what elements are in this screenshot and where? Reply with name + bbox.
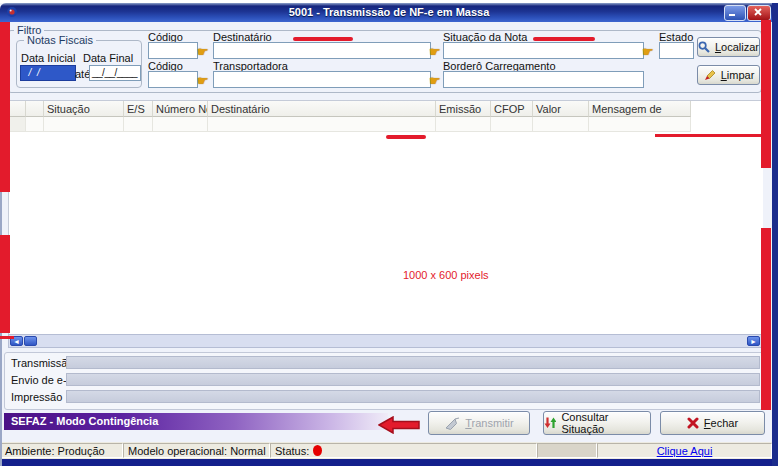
transportadora-field[interactable] xyxy=(213,71,431,88)
consultar-situacao-button[interactable]: Consultar Situação xyxy=(543,411,651,435)
browse-destinatario-icon[interactable]: ☛ xyxy=(197,45,209,58)
scrollbar-thumb[interactable] xyxy=(24,336,37,346)
grid-horizontal-scrollbar[interactable]: ◄ ► xyxy=(8,334,762,348)
bordero-carregamento-field[interactable] xyxy=(443,71,644,88)
statusbar-link-panel: Clique Aqui xyxy=(597,443,772,458)
impressao-progress-label: Impressão xyxy=(11,391,62,403)
satellite-dish-icon xyxy=(444,417,460,430)
grid-row-cell[interactable] xyxy=(208,117,436,132)
screenshot-root: 5001 - Transmissão de NF-e em Massa Filt… xyxy=(0,0,778,468)
annotation-red-bar-left-top xyxy=(0,22,10,192)
limpar-button[interactable]: Limpar xyxy=(697,65,760,85)
data-inicial-field[interactable]: / / xyxy=(20,65,76,81)
statusbar-ambiente-panel: Ambiente: Produção xyxy=(0,443,123,458)
statusbar-status-panel: Status: xyxy=(270,443,537,458)
browse-situacao-icon[interactable]: ☛ xyxy=(429,45,441,58)
sefaz-contingencia-banner: SEFAZ - Modo Contingência xyxy=(4,413,388,430)
transmitir-button[interactable]: Transmitir xyxy=(428,411,530,435)
limpar-button-label: Limpar xyxy=(721,69,755,81)
annotation-redline-grid-mid xyxy=(386,135,426,139)
grid-row-indicator-cell[interactable] xyxy=(9,117,26,132)
situacao-da-nota-field[interactable] xyxy=(443,42,644,59)
envio-email-progress-bar xyxy=(66,373,760,386)
notas-fiscais-group-label: Notas Fiscais xyxy=(24,34,96,46)
ate-label: até xyxy=(75,68,90,80)
statusbar: Ambiente: Produção Modelo operacional: N… xyxy=(0,442,772,459)
data-final-field[interactable]: __/__/____ xyxy=(89,65,141,81)
estado-field[interactable] xyxy=(659,42,694,59)
ambiente-label: Ambiente: xyxy=(5,445,55,457)
localizar-button[interactable]: Localizar xyxy=(697,37,760,57)
window-bottom-border xyxy=(0,459,778,466)
consultar-situacao-button-label: Consultar Situação xyxy=(561,411,650,435)
annotation-red-bar-right-top xyxy=(761,20,771,168)
destinatario-field[interactable] xyxy=(213,42,431,59)
window-right-border xyxy=(772,3,778,466)
grid-header-valor[interactable]: Valor xyxy=(533,101,589,117)
grid-row-cell[interactable] xyxy=(26,117,44,132)
statusbar-modelo-panel: Modelo operacional: Normal xyxy=(123,443,270,458)
grid-row-cell[interactable] xyxy=(436,117,491,132)
annotation-red-bar-left-bottom xyxy=(0,235,10,333)
status-indicator-dot xyxy=(313,445,322,456)
grid-header-indicator[interactable] xyxy=(9,101,26,117)
ambiente-value: Produção xyxy=(58,445,105,457)
clique-aqui-link[interactable]: Clique Aqui xyxy=(657,445,713,457)
modelo-operacional-label: Modelo operacional: xyxy=(128,445,227,457)
annotation-redline-destinatario xyxy=(293,37,353,41)
grid-row-cell[interactable] xyxy=(153,117,208,132)
fechar-button[interactable]: Fechar xyxy=(660,411,765,435)
scroll-right-button[interactable]: ► xyxy=(747,336,760,346)
grid-header-select[interactable] xyxy=(26,101,44,117)
refresh-arrows-icon xyxy=(544,417,556,429)
transmissao-progress-bar xyxy=(66,356,760,369)
annotation-left-arrow-icon xyxy=(378,416,420,434)
annotation-red-bar-right-bottom xyxy=(761,228,771,410)
grid-row-cell[interactable] xyxy=(533,117,589,132)
data-inicial-label: Data Inicial xyxy=(21,52,75,64)
browse-bordero-icon[interactable]: ☛ xyxy=(429,74,441,87)
data-final-label: Data Final xyxy=(83,52,133,64)
grid-row-cell[interactable] xyxy=(491,117,533,132)
transmitir-button-label: Transmitir xyxy=(465,417,513,429)
browse-transportadora-icon[interactable]: ☛ xyxy=(197,74,209,87)
search-icon xyxy=(698,41,710,53)
annotation-redline-situacao xyxy=(533,37,595,41)
grid-header-emissao[interactable]: Emissão xyxy=(436,101,491,117)
codigo-transportadora-field[interactable] xyxy=(148,71,198,88)
transmissao-progress-label: Transmissão xyxy=(11,357,74,369)
titlebar: 5001 - Transmissão de NF-e em Massa xyxy=(0,3,778,22)
annotation-redline-grid-right xyxy=(655,134,765,137)
annotation-red-tail-left xyxy=(0,336,14,339)
grid-header-numero-nota[interactable]: Número Nota xyxy=(153,101,208,117)
status-label: Status: xyxy=(275,445,309,457)
browse-estado-icon[interactable]: ☛ xyxy=(642,45,654,58)
minimize-button[interactable] xyxy=(724,5,746,21)
impressao-progress-bar xyxy=(66,390,760,403)
eraser-pencil-icon xyxy=(703,69,716,81)
grid-header-es[interactable]: E/S xyxy=(124,101,153,117)
localizar-button-label: Localizar xyxy=(715,41,759,53)
grid-header-mensagem[interactable]: Mensagem de xyxy=(589,101,691,117)
app-window: 5001 - Transmissão de NF-e em Massa Filt… xyxy=(0,3,778,466)
grid-row-cell[interactable] xyxy=(124,117,153,132)
red-x-icon xyxy=(687,417,699,429)
grid-header-situacao[interactable]: Situação xyxy=(44,101,124,117)
annotation-watermark: 1000 x 600 pixels xyxy=(403,269,489,281)
statusbar-progress-panel xyxy=(537,443,597,458)
grid-row-cell[interactable] xyxy=(44,117,124,132)
fechar-button-label: Fechar xyxy=(704,417,738,429)
close-button[interactable] xyxy=(747,5,771,21)
grid-row-cell[interactable] xyxy=(589,117,691,132)
grid-header-destinatario[interactable]: Destinatário xyxy=(208,101,436,117)
grid-header-cfop[interactable]: CFOP xyxy=(491,101,533,117)
modelo-operacional-value: Normal xyxy=(230,445,265,457)
codigo-destinatario-field[interactable] xyxy=(148,42,198,59)
window-title: 5001 - Transmissão de NF-e em Massa xyxy=(0,6,778,18)
